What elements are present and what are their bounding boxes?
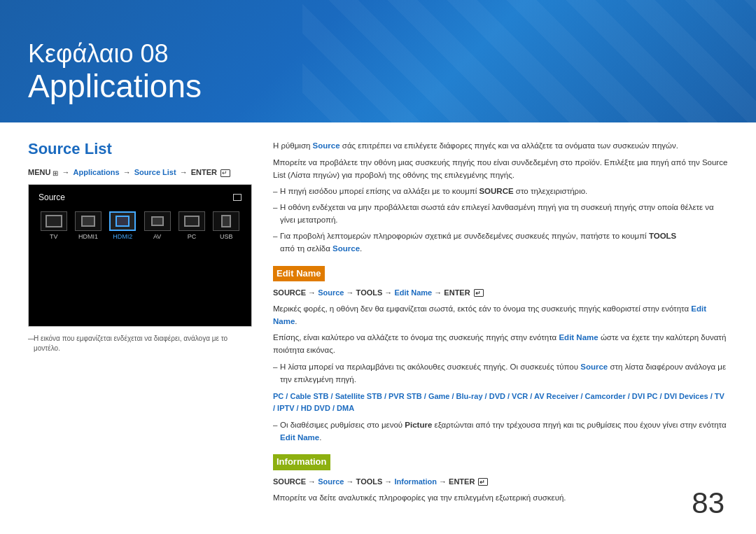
info-para: Μπορείτε να δείτε αναλυτικές πληροφορίες…: [273, 492, 728, 505]
source-preview-area: [34, 244, 246, 321]
page-header: Κεφάλαιο 08 Applications: [0, 0, 756, 122]
main-content: Source List MENU ⊞ → Applications → Sour…: [0, 122, 756, 534]
pc-icon: [178, 211, 205, 231]
edit-para2: Επίσης, είναι καλύτερο να αλλάζετε το όν…: [273, 332, 728, 357]
tv-label: TV: [50, 233, 58, 240]
hdmi1-label: HDMI1: [78, 233, 98, 240]
source-path-info: SOURCE → Source → TOOLS → Information → …: [273, 476, 728, 488]
edit-para1: Μερικές φορές, η οθόνη δεν θα εμφανίζετα…: [273, 303, 728, 328]
bullet-wrong-source: Η οθόνη ενδέχεται να μην προβάλλεται σωσ…: [273, 202, 728, 227]
usb-label: USB: [220, 233, 233, 240]
enter-icon-info: [478, 478, 488, 486]
enter-icon: [220, 169, 230, 177]
source-list-heading: Source List: [28, 140, 252, 158]
source-item-hdmi1[interactable]: HDMI1: [75, 211, 102, 240]
source-path-edit: SOURCE → Source → TOOLS → Edit Name → EN…: [273, 287, 728, 299]
enter-icon-edit: [474, 289, 484, 297]
av-label: AV: [153, 233, 161, 240]
source-box-label: Source: [38, 192, 65, 202]
device-list: PC / Cable STB / Satellite STB / PVR STB…: [273, 391, 728, 415]
page-number: 83: [692, 486, 724, 520]
edit-name-section: Edit Name SOURCE → Source → TOOLS → Edit…: [273, 259, 728, 444]
hdmi2-icon: [109, 211, 136, 231]
edit-name-heading: Edit Name: [273, 266, 325, 281]
image-note: Η εικόνα που εμφανίζεται ενδέχεται να δι…: [28, 334, 252, 353]
intro-para2: Μπορείτε να προβάλετε την οθόνη μιας συσ…: [273, 157, 728, 182]
intro-para1: Η ρύθμιση Source σάς επιτρέπει να επιλέγ…: [273, 140, 728, 153]
bullet-picture-menu: Οι διαθέσιμες ρυθμίσεις στο μενού Pictur…: [273, 419, 728, 444]
bullet-tools: Για προβολή λεπτομερών πληροφοριών σχετι…: [273, 230, 728, 255]
bullet-device-list: Η λίστα μπορεί να περιλαμβάνει τις ακόλο…: [273, 361, 728, 386]
source-item-tv[interactable]: TV: [41, 211, 67, 240]
source-item-hdmi2[interactable]: HDMI2: [109, 211, 136, 240]
right-column: Η ρύθμιση Source σάς επιτρέπει να επιλέγ…: [273, 140, 728, 520]
left-column: Source List MENU ⊞ → Applications → Sour…: [28, 140, 252, 520]
header-title-block: Κεφάλαιο 08 Applications: [28, 39, 202, 105]
av-icon: [144, 211, 171, 231]
source-box-header: Source: [34, 190, 246, 204]
app-label: Applications: [28, 68, 202, 105]
hdmi2-label: HDMI2: [113, 233, 132, 240]
source-preview-box: Source TV HDMI1 HDMI2 AV: [28, 184, 252, 327]
source-item-av[interactable]: AV: [144, 211, 171, 240]
source-item-usb[interactable]: USB: [213, 211, 239, 240]
information-section: Information SOURCE → Source → TOOLS → In…: [273, 447, 728, 504]
source-item-pc[interactable]: PC: [178, 211, 205, 240]
menu-path-source-list: MENU ⊞ → Applications → Source List → EN…: [28, 168, 252, 177]
tv-icon: [41, 211, 67, 231]
pc-label: PC: [188, 233, 197, 240]
hdmi1-icon: [75, 211, 102, 231]
usb-icon: [213, 211, 239, 231]
source-box-corner-icon: [233, 194, 241, 201]
bullet-source-button: Η πηγή εισόδου μπορεί επίσης να αλλάξει …: [273, 185, 728, 198]
information-heading: Information: [273, 454, 330, 470]
chapter-label: Κεφάλαιο 08: [28, 39, 202, 68]
